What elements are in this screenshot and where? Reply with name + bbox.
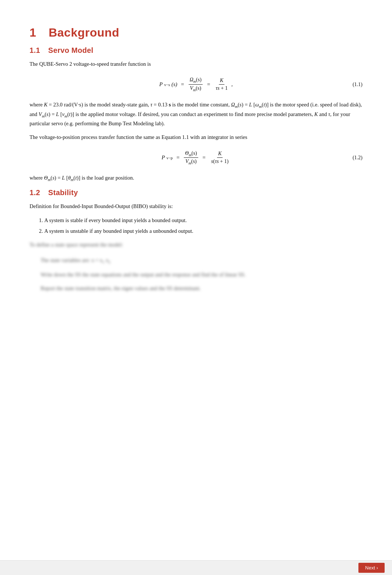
redacted-block: The state variables are: x = x1 x2 Write… — [41, 256, 362, 293]
equation-1-2: Pv−p = Θm(s) Vm(s) = K s(τs + 1) (1.2) — [30, 150, 362, 166]
param-text: where K = 23.0 rad/(V·s) is the model st… — [30, 101, 362, 128]
subsection-1-2: 1.2 Stability Definition for Bounded-Inp… — [30, 188, 362, 293]
section-1-header: 1 Background — [30, 26, 362, 40]
vtop-text: The voltage-to-position process transfer… — [30, 133, 362, 142]
redacted-section: To define a state space represent the mo… — [30, 241, 362, 293]
redacted-item-3: Report the state transition matrix, the … — [41, 284, 362, 293]
stability-list: A system is stable if every bounded inpu… — [44, 216, 362, 235]
list-item-2: A system is unstable if any bounded inpu… — [44, 227, 362, 236]
gear-text: where Θm(s) = L [θm(t)] is the load gear… — [30, 174, 362, 183]
equation-1-1: Pv−s(s) = Ωm(s) Vm(s) = K τs + 1 , — [30, 76, 362, 92]
redacted-intro: To define a state space represent the mo… — [30, 241, 362, 249]
subsection-1-1-title: 1.1 Servo Model — [30, 46, 362, 55]
section-1-title: 1 Background — [30, 26, 362, 40]
stability-def: Definition for Bounded-Input Bounded-Out… — [30, 202, 362, 211]
bottom-bar: Next › — [0, 560, 392, 575]
intro-text: The QUBE-Servo 2 voltage-to-speed transf… — [30, 60, 362, 68]
eq2-number: (1.2) — [353, 155, 362, 161]
eq1-content: Pv−s(s) = Ωm(s) Vm(s) = K τs + 1 , — [159, 76, 233, 92]
eq1-number: (1.1) — [353, 82, 362, 88]
next-button[interactable]: Next › — [358, 563, 385, 573]
redacted-item-2: Write down the SS the state equations an… — [41, 271, 362, 279]
redacted-item-1: The state variables are: x = x1 x2 — [41, 256, 362, 266]
subsection-1-1: 1.1 Servo Model The QUBE-Servo 2 voltage… — [30, 46, 362, 183]
page-content: 1 Background 1.1 Servo Model The QUBE-Se… — [0, 0, 392, 329]
eq2-content: Pv−p = Θm(s) Vm(s) = K s(τs + 1) — [162, 150, 230, 166]
list-item-1: A system is stable if every bounded inpu… — [44, 216, 362, 225]
subsection-1-2-title: 1.2 Stability — [30, 188, 362, 197]
